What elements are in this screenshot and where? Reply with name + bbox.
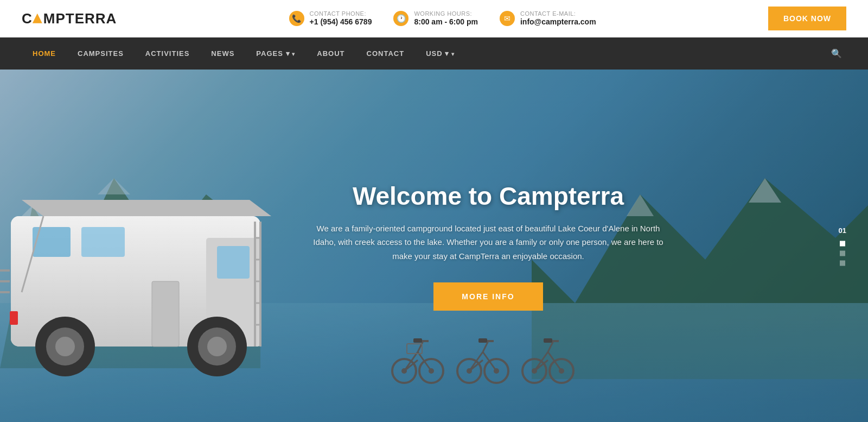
svg-rect-53	[478, 338, 487, 343]
nav-item-home[interactable]: HOME	[22, 37, 67, 70]
hero-description: We are a family-oriented campground loca…	[309, 222, 667, 263]
more-info-button[interactable]: MORE INFO	[433, 282, 542, 311]
svg-rect-11	[217, 246, 250, 279]
svg-point-20	[207, 337, 227, 356]
nav-item-about[interactable]: ABOUT	[306, 37, 355, 70]
contact-group: 📞 Contact phone: +1 (954) 456 6789 🕐 Wor…	[117, 10, 768, 27]
svg-rect-10	[81, 227, 125, 257]
svg-marker-12	[22, 200, 271, 216]
nav-item-pages[interactable]: PAGES ▾	[245, 37, 306, 70]
email-icon: ✉	[500, 11, 515, 26]
hero-rv	[0, 118, 293, 422]
svg-rect-42	[413, 338, 422, 343]
hero-section: Welcome to Campterra We are a family-ori…	[0, 70, 868, 422]
nav-item-usd[interactable]: USD ▾	[415, 37, 465, 70]
slide-dot-1[interactable]	[840, 241, 845, 247]
hero-title: Welcome to Campterra	[309, 181, 667, 211]
hours-text: Working hours: 8:00 am - 6:00 pm	[414, 10, 478, 27]
nav-links: HOME CAMPSITES ACTIVITIES NEWS PAGES ▾ A…	[22, 37, 465, 70]
slide-dot-2[interactable]	[840, 251, 845, 256]
hero-bikes	[391, 330, 575, 390]
slide-indicators: 01	[839, 226, 846, 266]
search-icon[interactable]: 🔍	[827, 44, 846, 63]
nav-item-news[interactable]: NEWS	[200, 37, 245, 70]
svg-rect-63	[544, 338, 552, 343]
slide-number: 01	[839, 226, 846, 235]
phone-text: Contact phone: +1 (954) 456 6789	[310, 10, 372, 27]
hero-content: Welcome to Campterra We are a family-ori…	[298, 181, 678, 311]
svg-point-17	[55, 337, 75, 356]
nav-item-contact[interactable]: CONTACT	[356, 37, 416, 70]
svg-rect-14	[152, 281, 179, 347]
top-bar: CMPTERRA 📞 Contact phone: +1 (954) 456 6…	[0, 0, 868, 37]
logo[interactable]: CMPTERRA	[22, 10, 117, 27]
main-nav: HOME CAMPSITES ACTIVITIES NEWS PAGES ▾ A…	[0, 37, 868, 70]
nav-item-campsites[interactable]: CAMPSITES	[67, 37, 135, 70]
book-now-button[interactable]: BOOK NOW	[768, 7, 846, 30]
svg-rect-25	[10, 311, 18, 325]
email-text: Contact e-mail: info@campterra.com	[520, 10, 596, 27]
clock-icon: 🕐	[393, 11, 409, 26]
phone-icon: 📞	[289, 11, 304, 26]
nav-item-activities[interactable]: ACTIVITIES	[135, 37, 201, 70]
hours-contact: 🕐 Working hours: 8:00 am - 6:00 pm	[393, 10, 478, 27]
phone-contact: 📞 Contact phone: +1 (954) 456 6789	[289, 10, 372, 27]
slide-dot-3[interactable]	[840, 261, 845, 266]
email-contact: ✉ Contact e-mail: info@campterra.com	[500, 10, 596, 27]
